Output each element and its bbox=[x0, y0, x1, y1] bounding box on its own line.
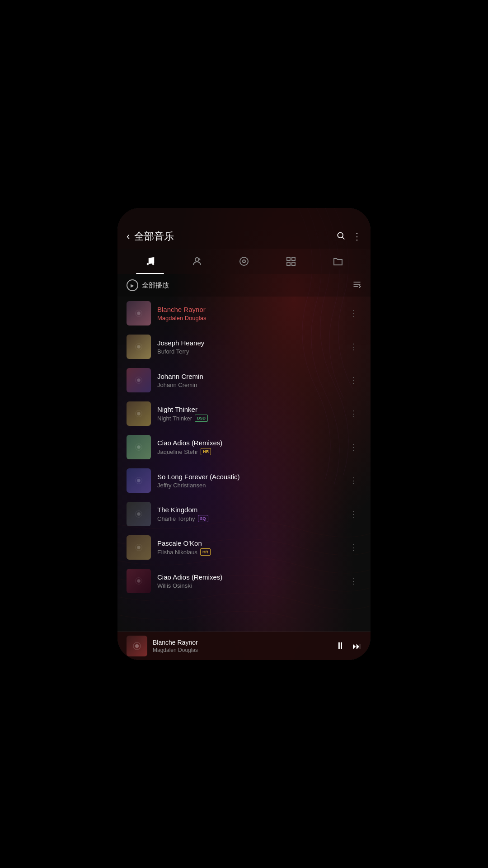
grid-icon bbox=[286, 256, 296, 269]
back-button[interactable]: ‹ bbox=[127, 231, 130, 242]
song-more-button[interactable]: ⋮ bbox=[346, 474, 361, 487]
svg-rect-8 bbox=[292, 262, 295, 265]
song-title: Johann Cremin bbox=[157, 373, 340, 380]
play-all-button[interactable]: ▶ 全部播放 bbox=[127, 279, 352, 291]
song-artist: Buford Terry bbox=[157, 348, 189, 355]
svg-point-12 bbox=[137, 311, 140, 315]
song-item[interactable]: The KingdomCharlie TorphySQ⋮ bbox=[117, 497, 371, 531]
header-actions: ⋮ bbox=[336, 231, 361, 242]
song-meta: Jeffry Christiansen bbox=[157, 482, 340, 489]
song-meta: Buford Terry bbox=[157, 348, 340, 355]
song-item[interactable]: Night ThinkerNight ThinkerDSD⋮ bbox=[117, 397, 371, 430]
song-artist: Night Thinker bbox=[157, 415, 192, 422]
song-artwork bbox=[127, 301, 151, 326]
song-info: Joseph HeaneyBuford Terry bbox=[157, 339, 340, 355]
next-button[interactable]: ⏭ bbox=[352, 641, 361, 651]
song-meta: Charlie TorphySQ bbox=[157, 515, 340, 523]
song-info: Night ThinkerNight ThinkerDSD bbox=[157, 406, 340, 422]
song-artwork bbox=[127, 368, 151, 392]
song-more-button[interactable]: ⋮ bbox=[346, 407, 361, 420]
song-artwork bbox=[127, 435, 151, 459]
phone-screen: ‹ 全部音乐 ⋮ bbox=[117, 208, 371, 660]
header: ‹ 全部音乐 ⋮ bbox=[117, 208, 371, 249]
svg-line-1 bbox=[343, 237, 345, 239]
tab-artists[interactable] bbox=[174, 252, 221, 274]
now-playing-title: Blanche Raynor bbox=[153, 639, 330, 646]
song-info: Ciao Adios (Remixes)Jaqueline StehrHR bbox=[157, 439, 340, 456]
more-icon[interactable]: ⋮ bbox=[352, 231, 361, 242]
song-artist: Magdalen Douglas bbox=[157, 315, 206, 321]
svg-point-16 bbox=[137, 378, 140, 382]
now-playing-bar[interactable]: Blanche Raynor Magdalen Douglas ⏸ ⏭ bbox=[117, 632, 371, 660]
song-item[interactable]: Johann CreminJohann Cremin⋮ bbox=[117, 363, 371, 397]
svg-point-24 bbox=[137, 512, 140, 515]
svg-rect-6 bbox=[292, 257, 295, 260]
song-info: The KingdomCharlie TorphySQ bbox=[157, 506, 340, 523]
song-item[interactable]: Pascale O'KonElisha NikolausHR⋮ bbox=[117, 531, 371, 564]
search-icon[interactable] bbox=[336, 231, 345, 242]
now-playing-info: Blanche Raynor Magdalen Douglas bbox=[153, 639, 330, 653]
song-more-button[interactable]: ⋮ bbox=[346, 373, 361, 387]
song-item[interactable]: Blanche RaynorMagdalen Douglas⋮ bbox=[117, 297, 371, 330]
play-all-bar: ▶ 全部播放 bbox=[117, 274, 371, 297]
song-artist: Elisha Nikolaus bbox=[157, 549, 197, 556]
svg-point-4 bbox=[243, 260, 245, 263]
artists-icon bbox=[192, 256, 202, 269]
songs-icon bbox=[145, 256, 155, 269]
svg-point-20 bbox=[137, 445, 140, 448]
song-more-button[interactable]: ⋮ bbox=[346, 574, 361, 588]
song-item[interactable]: Joseph HeaneyBuford Terry⋮ bbox=[117, 330, 371, 363]
song-item[interactable]: So Long Forever (Acoustic)Jeffry Christi… bbox=[117, 464, 371, 497]
song-item[interactable]: Ciao Adios (Remixes)Jaqueline StehrHR⋮ bbox=[117, 430, 371, 464]
song-more-button[interactable]: ⋮ bbox=[346, 340, 361, 354]
song-title: Ciao Adios (Remixes) bbox=[157, 439, 340, 447]
tab-albums[interactable] bbox=[221, 252, 267, 274]
phone-frame: ‹ 全部音乐 ⋮ bbox=[117, 208, 371, 660]
song-more-button[interactable]: ⋮ bbox=[346, 440, 361, 454]
song-title: Pascale O'Kon bbox=[157, 539, 340, 547]
song-list: Blanche RaynorMagdalen Douglas⋮Joseph He… bbox=[117, 297, 371, 632]
quality-badge: HR bbox=[201, 448, 211, 456]
song-artist: Johann Cremin bbox=[157, 382, 197, 388]
tab-songs[interactable] bbox=[127, 252, 174, 274]
song-title: The Kingdom bbox=[157, 506, 340, 514]
song-title: Night Thinker bbox=[157, 406, 340, 413]
song-info: So Long Forever (Acoustic)Jeffry Christi… bbox=[157, 473, 340, 489]
song-meta: Jaqueline StehrHR bbox=[157, 448, 340, 456]
app-content: ‹ 全部音乐 ⋮ bbox=[117, 208, 371, 660]
svg-rect-5 bbox=[287, 257, 290, 260]
song-item[interactable]: Ciao Adios (Remixes)Willis Osinski⋮ bbox=[117, 564, 371, 598]
now-playing-controls: ⏸ ⏭ bbox=[335, 640, 361, 652]
tab-folder[interactable] bbox=[314, 252, 361, 274]
song-more-button[interactable]: ⋮ bbox=[346, 541, 361, 554]
page-title: 全部音乐 bbox=[134, 230, 336, 243]
svg-point-28 bbox=[137, 579, 140, 582]
song-info: Johann CreminJohann Cremin bbox=[157, 373, 340, 388]
sort-icon[interactable] bbox=[352, 280, 361, 291]
play-circle-icon: ▶ bbox=[127, 279, 138, 291]
folder-icon bbox=[333, 256, 343, 269]
nav-tabs bbox=[117, 249, 371, 274]
song-info: Blanche RaynorMagdalen Douglas bbox=[157, 306, 340, 321]
svg-point-26 bbox=[137, 546, 140, 549]
quality-badge: SQ bbox=[198, 515, 208, 523]
song-info: Pascale O'KonElisha NikolausHR bbox=[157, 539, 340, 556]
now-playing-artist: Magdalen Douglas bbox=[153, 647, 330, 653]
song-title: Joseph Heaney bbox=[157, 339, 340, 347]
song-artist: Willis Osinski bbox=[157, 582, 192, 589]
song-artwork bbox=[127, 535, 151, 560]
song-artwork bbox=[127, 502, 151, 526]
song-more-button[interactable]: ⋮ bbox=[346, 307, 361, 320]
pause-button[interactable]: ⏸ bbox=[335, 640, 345, 652]
song-artwork bbox=[127, 569, 151, 593]
song-meta: Elisha NikolausHR bbox=[157, 548, 340, 556]
play-all-label: 全部播放 bbox=[142, 281, 169, 290]
quality-badge: HR bbox=[200, 548, 211, 556]
svg-point-18 bbox=[137, 412, 140, 415]
song-meta: Willis Osinski bbox=[157, 582, 340, 589]
albums-icon bbox=[239, 256, 249, 269]
tab-grid[interactable] bbox=[267, 252, 314, 274]
song-more-button[interactable]: ⋮ bbox=[346, 507, 361, 521]
song-meta: Johann Cremin bbox=[157, 382, 340, 388]
song-artwork bbox=[127, 401, 151, 426]
